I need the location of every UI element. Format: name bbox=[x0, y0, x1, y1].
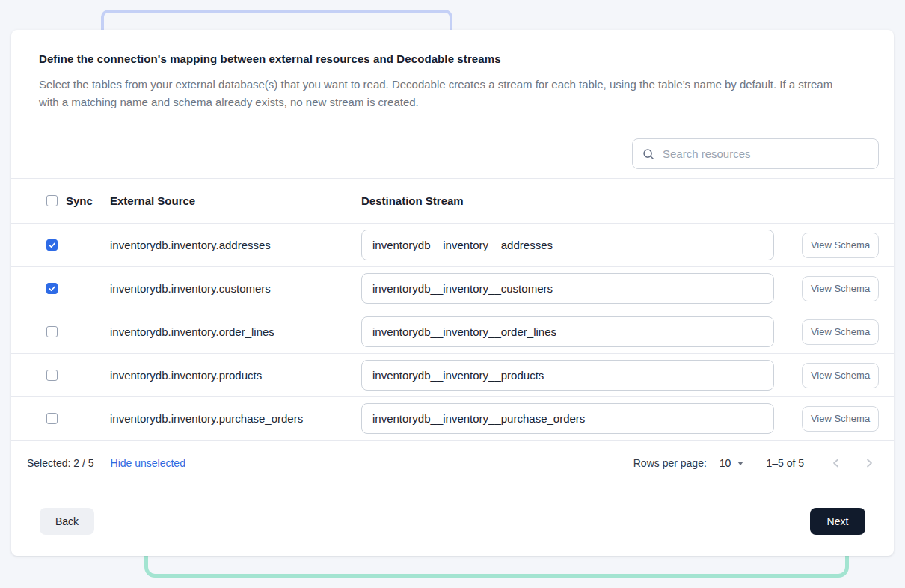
table-footer: Selected: 2 / 5 Hide unselected Rows per… bbox=[11, 441, 894, 486]
back-button[interactable]: Back bbox=[40, 508, 94, 535]
search-input[interactable] bbox=[663, 147, 869, 160]
rows-per-page-select[interactable]: 10 bbox=[720, 457, 744, 469]
chevron-left-icon bbox=[831, 458, 841, 468]
dialog-actions: Back Next bbox=[11, 486, 894, 556]
search-box[interactable] bbox=[632, 138, 879, 169]
chevron-down-icon bbox=[737, 462, 743, 465]
destination-stream-input[interactable] bbox=[361, 273, 774, 304]
rows-per-page-value: 10 bbox=[720, 457, 731, 469]
column-header-destination-stream: Destination Stream bbox=[361, 195, 774, 207]
next-button[interactable]: Next bbox=[810, 508, 865, 535]
row-sync-checkbox[interactable] bbox=[46, 239, 58, 251]
view-schema-button[interactable]: View Schema bbox=[802, 319, 879, 345]
external-source-name: inventorydb.inventory.addresses bbox=[110, 239, 361, 251]
destination-stream-input[interactable] bbox=[361, 230, 774, 260]
destination-stream-input[interactable] bbox=[361, 403, 774, 434]
row-sync-checkbox[interactable] bbox=[46, 370, 58, 381]
external-source-name: inventorydb.inventory.products bbox=[110, 369, 361, 382]
hide-unselected-link[interactable]: Hide unselected bbox=[111, 457, 185, 469]
view-schema-button[interactable]: View Schema bbox=[802, 233, 879, 258]
check-icon bbox=[48, 284, 56, 293]
destination-stream-input[interactable] bbox=[361, 316, 774, 347]
connection-mapping-dialog: Define the connection's mapping between … bbox=[11, 30, 894, 556]
view-schema-button[interactable]: View Schema bbox=[802, 406, 879, 432]
next-page-button[interactable] bbox=[861, 455, 877, 471]
dialog-description: Select the tables from your external dat… bbox=[39, 76, 847, 111]
row-sync-checkbox[interactable] bbox=[46, 326, 58, 337]
pagination-range-label: 1–5 of 5 bbox=[766, 457, 804, 469]
view-schema-button[interactable]: View Schema bbox=[802, 363, 879, 388]
view-schema-button[interactable]: View Schema bbox=[802, 276, 879, 301]
dialog-title: Define the connection's mapping between … bbox=[39, 52, 866, 65]
row-sync-checkbox[interactable] bbox=[46, 283, 58, 294]
destination-stream-input[interactable] bbox=[361, 360, 774, 391]
table-row: inventorydb.inventory.customers View Sch… bbox=[11, 267, 894, 310]
search-row bbox=[11, 129, 894, 179]
rows-per-page-label: Rows per page: bbox=[634, 457, 707, 469]
column-header-sync: Sync bbox=[66, 195, 93, 207]
selected-count-label: Selected: 2 / 5 bbox=[27, 457, 94, 469]
previous-page-button[interactable] bbox=[828, 455, 844, 471]
table-row: inventorydb.inventory.addresses View Sch… bbox=[11, 224, 894, 267]
external-source-name: inventorydb.inventory.purchase_orders bbox=[110, 412, 361, 425]
table-row: inventorydb.inventory.order_lines View S… bbox=[11, 310, 894, 354]
chevron-right-icon bbox=[864, 458, 874, 468]
external-source-name: inventorydb.inventory.customers bbox=[110, 282, 361, 295]
column-header-external-source: External Source bbox=[110, 195, 361, 207]
select-all-checkbox[interactable] bbox=[46, 195, 58, 206]
dialog-header: Define the connection's mapping between … bbox=[11, 30, 894, 129]
search-icon bbox=[642, 147, 655, 161]
check-icon bbox=[48, 241, 56, 249]
external-source-name: inventorydb.inventory.order_lines bbox=[110, 325, 361, 338]
row-sync-checkbox[interactable] bbox=[46, 413, 58, 424]
table-header-row: Sync External Source Destination Stream bbox=[11, 179, 894, 224]
table-row: inventorydb.inventory.products View Sche… bbox=[11, 354, 894, 397]
table-row: inventorydb.inventory.purchase_orders Vi… bbox=[11, 397, 894, 441]
